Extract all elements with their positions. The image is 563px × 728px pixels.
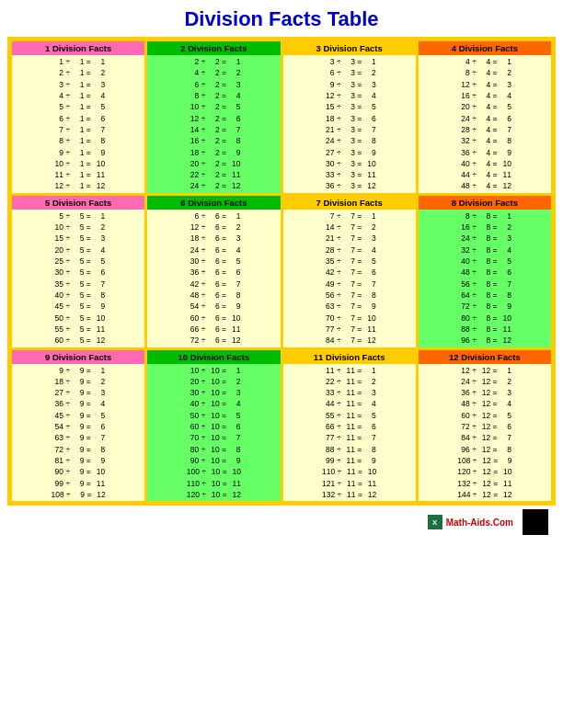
table-row: 70 ÷ 10 = 7 (149, 432, 278, 443)
table-row: 15 ÷ 3 = 5 (285, 101, 414, 112)
section-body-s8: 8 ÷ 8 = 116 ÷ 8 = 224 ÷ 8 = 332 ÷ 8 = 44… (419, 210, 551, 347)
table-row: 48 ÷ 4 = 12 (420, 180, 549, 191)
table-row: 2 ÷ 1 = 2 (14, 67, 143, 78)
table-row: 36 ÷ 9 = 4 (14, 398, 143, 409)
section-body-s7: 7 ÷ 7 = 114 ÷ 7 = 221 ÷ 7 = 328 ÷ 7 = 43… (283, 210, 416, 347)
table-row: 6 ÷ 1 = 6 (14, 113, 143, 124)
table-row: 56 ÷ 8 = 7 (420, 279, 549, 290)
section-body-s1: 1 ÷ 1 = 12 ÷ 1 = 23 ÷ 1 = 34 ÷ 1 = 45 ÷ … (12, 55, 144, 193)
table-row: 54 ÷ 6 = 9 (149, 301, 278, 312)
table-row: 21 ÷ 3 = 7 (285, 124, 414, 135)
table-row: 45 ÷ 9 = 5 (14, 410, 143, 421)
table-row: 121 ÷ 11 = 11 (285, 478, 414, 489)
table-row: 50 ÷ 5 = 10 (14, 313, 143, 324)
table-row: 1 ÷ 1 = 1 (14, 56, 143, 67)
section-s9: 9 Division Facts9 ÷ 9 = 118 ÷ 9 = 227 ÷ … (12, 350, 144, 502)
table-row: 96 ÷ 12 = 8 (420, 444, 549, 455)
table-row: 6 ÷ 6 = 1 (149, 210, 278, 222)
section-body-s3: 3 ÷ 3 = 16 ÷ 3 = 29 ÷ 3 = 312 ÷ 3 = 415 … (283, 55, 416, 193)
table-row: 120 ÷ 10 = 12 (149, 489, 278, 500)
table-row: 60 ÷ 12 = 5 (420, 410, 549, 421)
table-row: 77 ÷ 7 = 11 (285, 324, 414, 335)
table-row: 60 ÷ 6 = 10 (149, 313, 278, 324)
table-row: 88 ÷ 11 = 8 (285, 444, 414, 455)
section-s5: 5 Division Facts5 ÷ 5 = 110 ÷ 5 = 215 ÷ … (12, 196, 144, 347)
table-row: 7 ÷ 7 = 1 (285, 210, 414, 222)
section-header-s4: 4 Division Facts (419, 41, 551, 55)
table-row: 36 ÷ 6 = 6 (149, 267, 278, 278)
table-row: 48 ÷ 8 = 6 (420, 267, 549, 278)
table-container: 1 Division Facts1 ÷ 1 = 12 ÷ 1 = 23 ÷ 1 … (7, 37, 556, 506)
section-body-s6: 6 ÷ 6 = 112 ÷ 6 = 218 ÷ 6 = 324 ÷ 6 = 43… (147, 210, 280, 347)
table-row: 6 ÷ 3 = 2 (285, 67, 414, 78)
table-row: 42 ÷ 7 = 6 (285, 267, 414, 278)
table-row: 11 ÷ 11 = 1 (285, 365, 414, 376)
table-row: 84 ÷ 7 = 12 (285, 335, 414, 346)
table-row: 25 ÷ 5 = 5 (14, 256, 143, 267)
table-row: 28 ÷ 4 = 7 (420, 124, 549, 135)
table-row: 35 ÷ 7 = 5 (285, 256, 414, 267)
table-row: 35 ÷ 5 = 7 (14, 279, 143, 290)
section-body-s9: 9 ÷ 9 = 118 ÷ 9 = 227 ÷ 9 = 336 ÷ 9 = 44… (12, 364, 144, 502)
table-row: 49 ÷ 7 = 7 (285, 279, 414, 290)
section-header-s6: 6 Division Facts (147, 196, 280, 210)
table-row: 12 ÷ 2 = 6 (149, 113, 278, 124)
table-row: 12 ÷ 1 = 12 (14, 180, 143, 191)
table-row: 27 ÷ 9 = 3 (14, 387, 143, 398)
table-row: 90 ÷ 9 = 10 (14, 466, 143, 477)
table-row: 4 ÷ 4 = 1 (420, 56, 549, 67)
table-row: 20 ÷ 4 = 5 (420, 101, 549, 112)
table-row: 22 ÷ 11 = 2 (285, 376, 414, 387)
footer: X Math-Aids.Com (7, 509, 556, 535)
table-row: 63 ÷ 9 = 7 (14, 432, 143, 443)
section-header-s10: 10 Division Facts (147, 350, 280, 364)
table-row: 12 ÷ 3 = 4 (285, 90, 414, 101)
table-row: 10 ÷ 5 = 2 (14, 222, 143, 233)
table-row: 14 ÷ 7 = 2 (285, 222, 414, 233)
table-row: 20 ÷ 2 = 10 (149, 158, 278, 169)
section-header-s11: 11 Division Facts (283, 350, 416, 364)
table-row: 120 ÷ 12 = 10 (420, 466, 549, 477)
table-row: 80 ÷ 10 = 8 (149, 444, 278, 455)
footer-site: Math-Aids.Com (446, 518, 513, 528)
section-s3: 3 Division Facts3 ÷ 3 = 16 ÷ 3 = 29 ÷ 3 … (283, 41, 416, 193)
section-s11: 11 Division Facts11 ÷ 11 = 122 ÷ 11 = 23… (283, 350, 416, 502)
table-row: 24 ÷ 4 = 6 (420, 113, 549, 124)
section-body-s12: 12 ÷ 12 = 124 ÷ 12 = 236 ÷ 12 = 348 ÷ 12… (419, 364, 551, 502)
table-row: 16 ÷ 4 = 4 (420, 90, 549, 101)
table-row: 72 ÷ 12 = 6 (420, 421, 549, 432)
table-row: 20 ÷ 5 = 4 (14, 245, 143, 256)
section-header-s2: 2 Division Facts (147, 41, 280, 55)
footer-logo: X Math-Aids.Com (428, 509, 548, 535)
table-row: 24 ÷ 12 = 2 (420, 376, 549, 387)
table-row: 80 ÷ 8 = 10 (420, 313, 549, 324)
table-row: 14 ÷ 2 = 7 (149, 124, 278, 135)
excel-icon: X (428, 515, 442, 529)
table-row: 96 ÷ 8 = 12 (420, 335, 549, 346)
section-s7: 7 Division Facts7 ÷ 7 = 114 ÷ 7 = 221 ÷ … (283, 196, 416, 347)
table-row: 9 ÷ 3 = 3 (285, 79, 414, 90)
table-row: 132 ÷ 12 = 11 (420, 478, 549, 489)
table-row: 30 ÷ 5 = 6 (14, 267, 143, 278)
table-row: 72 ÷ 6 = 12 (149, 335, 278, 346)
table-row: 33 ÷ 11 = 3 (285, 387, 414, 398)
table-row: 10 ÷ 10 = 1 (149, 365, 278, 376)
table-row: 4 ÷ 1 = 4 (14, 90, 143, 101)
table-row: 28 ÷ 7 = 4 (285, 245, 414, 256)
table-row: 21 ÷ 7 = 3 (285, 233, 414, 244)
table-row: 110 ÷ 10 = 11 (149, 478, 278, 489)
section-header-s8: 8 Division Facts (419, 196, 551, 210)
section-body-s4: 4 ÷ 4 = 18 ÷ 4 = 212 ÷ 4 = 316 ÷ 4 = 420… (419, 55, 551, 193)
table-row: 8 ÷ 4 = 2 (420, 67, 549, 78)
table-row: 108 ÷ 12 = 9 (420, 455, 549, 466)
section-s12: 12 Division Facts12 ÷ 12 = 124 ÷ 12 = 23… (419, 350, 551, 502)
table-row: 42 ÷ 6 = 7 (149, 279, 278, 290)
table-row: 33 ÷ 3 = 11 (285, 169, 414, 180)
table-row: 60 ÷ 10 = 6 (149, 421, 278, 432)
table-row: 55 ÷ 11 = 5 (285, 410, 414, 421)
section-body-s10: 10 ÷ 10 = 120 ÷ 10 = 230 ÷ 10 = 340 ÷ 10… (147, 364, 280, 502)
table-row: 18 ÷ 3 = 6 (285, 113, 414, 124)
table-row: 32 ÷ 8 = 4 (420, 245, 549, 256)
table-row: 72 ÷ 8 = 9 (420, 301, 549, 312)
table-row: 24 ÷ 8 = 3 (420, 233, 549, 244)
